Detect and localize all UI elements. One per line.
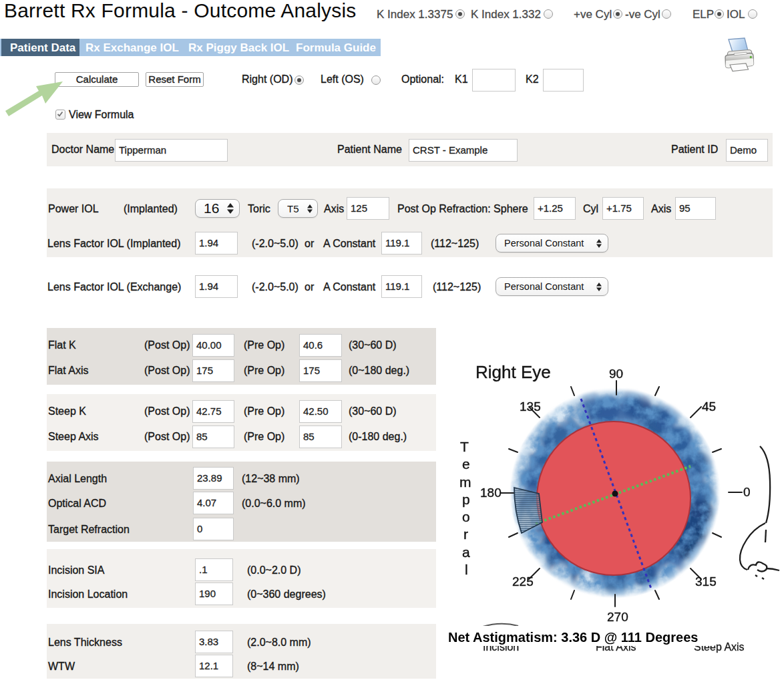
svg-text:o: o bbox=[462, 509, 470, 524]
svg-text:315: 315 bbox=[695, 574, 717, 588]
svg-text:T: T bbox=[460, 439, 469, 454]
svg-text:180: 180 bbox=[480, 486, 502, 500]
svg-text:270: 270 bbox=[607, 610, 628, 624]
svg-text:90: 90 bbox=[609, 367, 623, 381]
svg-text:r: r bbox=[463, 526, 468, 542]
svg-text:0: 0 bbox=[743, 485, 751, 499]
svg-text:p: p bbox=[462, 492, 470, 507]
svg-text:e: e bbox=[462, 456, 470, 472]
svg-text:Right Eye: Right Eye bbox=[475, 362, 551, 382]
svg-text:Net Astigmatism: 3.36 D @ 111: Net Astigmatism: 3.36 D @ 111 Degrees bbox=[448, 630, 698, 645]
svg-text:l: l bbox=[465, 562, 468, 577]
svg-text:a: a bbox=[462, 544, 470, 560]
svg-text:45: 45 bbox=[702, 399, 716, 413]
svg-text:m: m bbox=[459, 474, 471, 490]
svg-text:225: 225 bbox=[512, 574, 534, 588]
svg-text:135: 135 bbox=[520, 399, 541, 413]
